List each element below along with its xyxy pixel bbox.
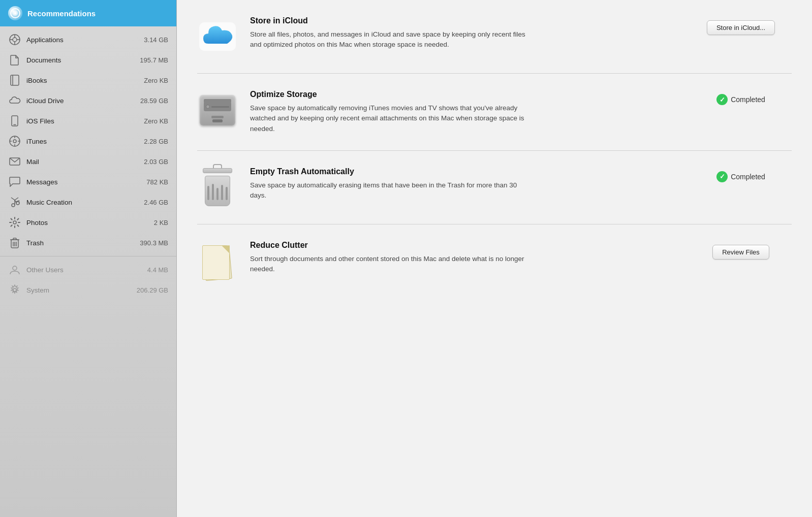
ios-files-label: iOS Files bbox=[26, 117, 139, 125]
ios-files-icon bbox=[8, 114, 21, 127]
empty-trash-desc: Save space by automatically erasing item… bbox=[250, 180, 535, 201]
svg-point-46 bbox=[13, 266, 17, 270]
sidebar: Recommendations Applications 3.14 GB bbox=[0, 0, 177, 517]
svg-point-25 bbox=[16, 202, 19, 205]
sidebar-divider bbox=[0, 256, 176, 256]
sidebar-item-photos[interactable]: Photos 2 KB bbox=[0, 212, 176, 233]
sidebar-item-ios-files[interactable]: iOS Files Zero KB bbox=[0, 111, 176, 131]
applications-label: Applications bbox=[26, 36, 139, 44]
sidebar-item-ibooks[interactable]: iBooks Zero KB bbox=[0, 70, 176, 90]
sidebar-item-music-creation[interactable]: Music Creation 2.46 GB bbox=[0, 192, 176, 212]
svg-point-2 bbox=[14, 12, 16, 14]
recommendation-icloud: Store in iCloud Store all files, photos,… bbox=[197, 0, 792, 74]
sidebar-item-documents[interactable]: Documents 195.7 MB bbox=[0, 50, 176, 70]
itunes-label: iTunes bbox=[26, 138, 139, 145]
mail-icon bbox=[8, 155, 21, 168]
reduce-clutter-title: Reduce Clutter bbox=[250, 241, 678, 250]
sidebar-item-mail[interactable]: Mail 2.03 GB bbox=[0, 151, 176, 172]
trash-line-5 bbox=[226, 187, 228, 200]
music-creation-label: Music Creation bbox=[26, 199, 139, 206]
ibooks-icon bbox=[8, 74, 21, 87]
optimize-storage-action: ✓ Completed bbox=[690, 90, 792, 105]
svg-point-47 bbox=[13, 288, 16, 292]
documents-label: Documents bbox=[26, 56, 135, 64]
messages-icon bbox=[8, 175, 21, 188]
optimize-storage-status: Completed bbox=[731, 95, 765, 104]
doc-paper-front bbox=[202, 245, 230, 280]
svg-point-14 bbox=[13, 140, 16, 143]
sidebar-item-messages[interactable]: Messages 782 KB bbox=[0, 172, 176, 192]
icloud-drive-size: 28.59 GB bbox=[140, 97, 168, 105]
itunes-size: 2.28 GB bbox=[144, 138, 168, 145]
messages-label: Messages bbox=[26, 178, 141, 186]
sidebar-item-other-users[interactable]: Other Users 4.4 MB bbox=[0, 260, 176, 280]
doc-fold bbox=[222, 245, 230, 253]
icloud-text: Store in iCloud Store all files, photos,… bbox=[250, 16, 678, 50]
svg-point-23 bbox=[12, 204, 15, 207]
system-icon bbox=[8, 283, 21, 297]
reduce-clutter-text: Reduce Clutter Sort through documents an… bbox=[250, 241, 678, 275]
icloud-drive-icon bbox=[8, 94, 21, 107]
icloud-icon-wrap bbox=[197, 16, 238, 57]
sidebar-item-system[interactable]: System 206.29 GB bbox=[0, 280, 176, 300]
document-icon bbox=[202, 242, 233, 280]
empty-trash-icon-wrap bbox=[197, 167, 238, 208]
trash-size: 390.3 MB bbox=[140, 239, 168, 247]
empty-trash-action: ✓ Completed bbox=[690, 167, 792, 182]
trash-label: Trash bbox=[26, 239, 135, 247]
ibooks-label: iBooks bbox=[26, 77, 139, 84]
ibooks-size: Zero KB bbox=[144, 77, 168, 84]
trash-body bbox=[205, 176, 230, 206]
ios-files-size: Zero KB bbox=[144, 117, 168, 125]
applications-size: 3.14 GB bbox=[144, 36, 168, 44]
applications-icon bbox=[8, 33, 21, 46]
recommendations-icon bbox=[8, 6, 22, 20]
icloud-desc: Store all files, photos, and messages in… bbox=[250, 29, 535, 50]
icloud-action: Store in iCloud... bbox=[690, 16, 792, 35]
photos-size: 2 KB bbox=[154, 219, 168, 227]
svg-line-36 bbox=[17, 219, 18, 220]
empty-trash-text: Empty Trash Automatically Save space by … bbox=[250, 167, 678, 201]
documents-size: 195.7 MB bbox=[140, 56, 168, 64]
sidebar-item-trash[interactable]: Trash 390.3 MB bbox=[0, 233, 176, 253]
reduce-clutter-action: Review Files bbox=[690, 241, 792, 260]
svg-line-34 bbox=[11, 219, 12, 220]
documents-icon bbox=[8, 53, 21, 67]
sidebar-item-itunes[interactable]: iTunes 2.28 GB bbox=[0, 131, 176, 151]
svg-rect-9 bbox=[11, 75, 19, 85]
trash-line-1 bbox=[207, 186, 209, 200]
trash-line-2 bbox=[212, 184, 214, 200]
messages-size: 782 KB bbox=[146, 178, 168, 186]
reduce-clutter-icon-wrap bbox=[197, 241, 238, 281]
hdd-icon bbox=[200, 95, 235, 125]
svg-line-27 bbox=[16, 201, 19, 202]
store-in-icloud-button[interactable]: Store in iCloud... bbox=[707, 20, 775, 35]
sidebar-item-icloud-drive[interactable]: iCloud Drive 28.59 GB bbox=[0, 90, 176, 111]
icloud-drive-label: iCloud Drive bbox=[26, 97, 135, 105]
trash-lines bbox=[207, 182, 228, 200]
photos-label: Photos bbox=[26, 219, 149, 227]
recommendation-optimize-storage: Optimize Storage Save space by automatic… bbox=[197, 74, 792, 151]
sidebar-item-applications[interactable]: Applications 3.14 GB bbox=[0, 29, 176, 50]
svg-line-20 bbox=[11, 198, 15, 200]
mail-size: 2.03 GB bbox=[144, 158, 168, 166]
svg-point-29 bbox=[13, 221, 16, 224]
review-files-button[interactable]: Review Files bbox=[712, 245, 769, 260]
optimize-storage-title: Optimize Storage bbox=[250, 90, 678, 99]
recommendation-reduce-clutter: Reduce Clutter Sort through documents an… bbox=[197, 224, 792, 298]
system-size: 206.29 GB bbox=[137, 286, 168, 294]
other-users-label: Other Users bbox=[26, 266, 142, 274]
sidebar-header: Recommendations bbox=[0, 0, 176, 26]
recommendation-empty-trash: Empty Trash Automatically Save space by … bbox=[197, 151, 792, 224]
optimize-storage-text: Optimize Storage Save space by automatic… bbox=[250, 90, 678, 134]
music-creation-icon bbox=[8, 196, 21, 209]
empty-trash-completed-badge: ✓ Completed bbox=[716, 171, 765, 182]
optimize-storage-completed-badge: ✓ Completed bbox=[716, 94, 765, 105]
trash-icon bbox=[201, 168, 234, 206]
empty-trash-checkmark: ✓ bbox=[716, 171, 728, 182]
empty-trash-title: Empty Trash Automatically bbox=[250, 167, 678, 176]
svg-line-21 bbox=[15, 198, 18, 200]
optimize-storage-icon-wrap bbox=[197, 90, 238, 131]
reduce-clutter-desc: Sort through documents and other content… bbox=[250, 254, 535, 275]
itunes-icon bbox=[8, 135, 21, 148]
